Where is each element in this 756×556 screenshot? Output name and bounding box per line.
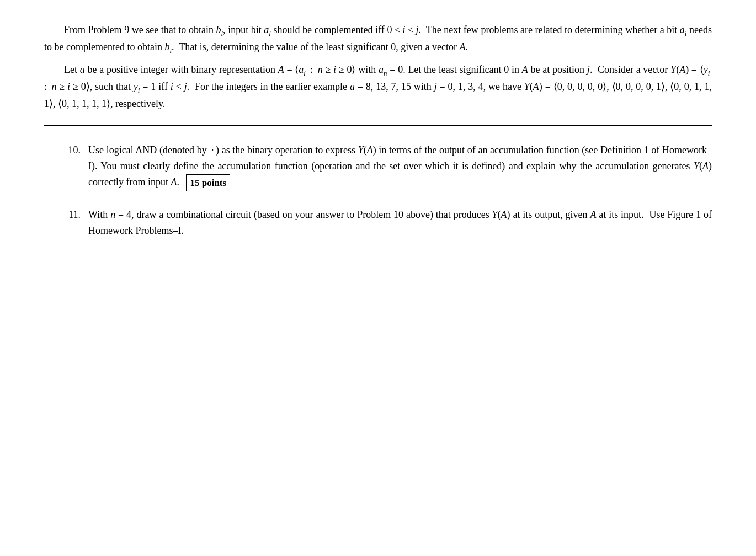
section-divider bbox=[44, 125, 712, 126]
problem-text-11: With n = 4, draw a combinational circuit… bbox=[88, 207, 712, 239]
points-badge-10: 15 points bbox=[186, 174, 230, 191]
problem-text-10: Use logical AND (denoted by · ) as the b… bbox=[88, 142, 712, 191]
problems-list: 10. Use logical AND (denoted by · ) as t… bbox=[44, 142, 712, 239]
page-content: From Problem 9 we see that to obtain bi,… bbox=[44, 22, 712, 239]
intro-paragraph-1: From Problem 9 we see that to obtain bi,… bbox=[44, 22, 712, 57]
problem-item-10: 10. Use logical AND (denoted by · ) as t… bbox=[44, 142, 712, 191]
problem-item-11: 11. With n = 4, draw a combinational cir… bbox=[44, 207, 712, 239]
problem-number-11: 11. bbox=[61, 207, 88, 223]
problem-number-10: 10. bbox=[61, 142, 88, 158]
intro-paragraph-2: Let a be a positive integer with binary … bbox=[44, 62, 712, 112]
